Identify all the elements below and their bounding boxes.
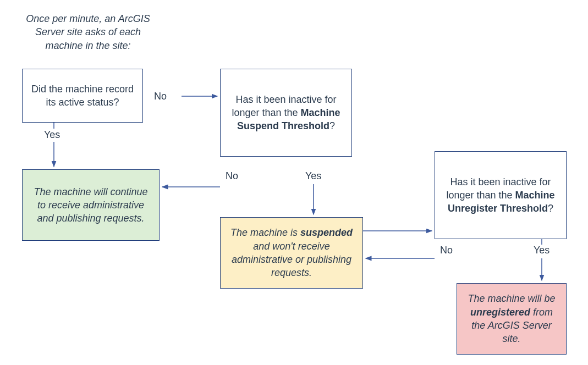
result-suspended: The machine is suspended and won't recei… [220, 217, 363, 289]
result-suspended-text: The machine is suspended and won't recei… [228, 226, 355, 279]
result-continue-text: The machine will continue to receive adm… [30, 185, 151, 225]
label-q1-yes: Yes [44, 129, 60, 141]
label-q3-yes: Yes [534, 245, 549, 256]
label-q1-no: No [154, 91, 167, 102]
decision-active-status-text: Did the machine record its active status… [30, 82, 135, 109]
decision-unregister-threshold-text: Has it been inactive for longer than the… [443, 175, 558, 215]
intro-text: Once per minute, an ArcGIS Server site a… [22, 12, 154, 52]
decision-unregister-threshold: Has it been inactive for longer than the… [435, 151, 567, 239]
decision-suspend-threshold: Has it been inactive for longer than the… [220, 69, 352, 157]
label-q3-no: No [440, 245, 453, 256]
result-unregistered: The machine will be unregistered from th… [457, 283, 567, 355]
decision-suspend-threshold-text: Has it been inactive for longer than the… [228, 93, 344, 133]
decision-active-status: Did the machine record its active status… [22, 69, 143, 123]
result-continue: The machine will continue to receive adm… [22, 169, 160, 241]
result-unregistered-text: The machine will be unregistered from th… [465, 292, 558, 345]
label-q2-yes: Yes [305, 170, 321, 182]
label-q2-no: No [226, 170, 238, 182]
